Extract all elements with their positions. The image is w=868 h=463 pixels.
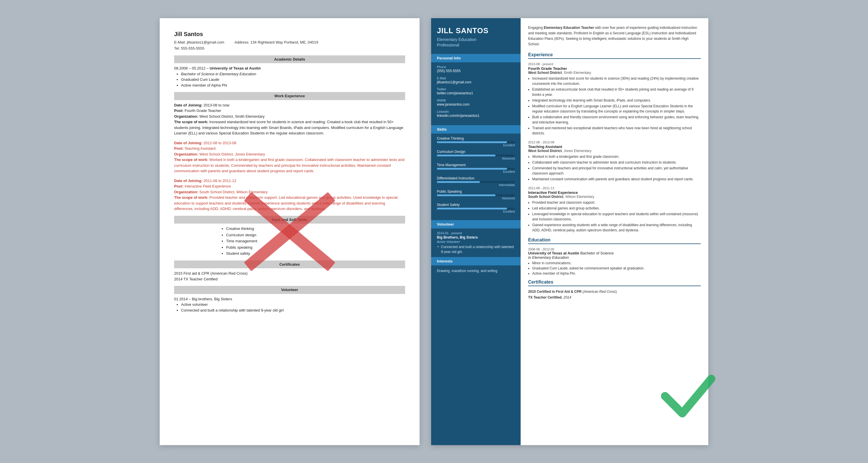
left-resume: Jill Santos E-Mail: jillsantos1@gmail.co… — [160, 18, 420, 445]
interests-block: Drawing, marathon running, and writing — [431, 265, 521, 276]
volunteer-title: Volunteer — [431, 220, 521, 229]
personal-info-title: Personal Info — [431, 54, 521, 62]
skill-item: Differentiated Instruction Intermediate — [437, 176, 515, 187]
summary-text: Engaging Elementary Education Teacher wi… — [528, 25, 701, 47]
exp-entry: 2011-08 - 2011-12 Interactive Field Expe… — [528, 186, 701, 233]
vol-bullet-2: Connected and built a relationship with … — [181, 307, 405, 313]
cert-2: 2014 TX Teacher Certified — [174, 276, 405, 282]
personal-info-content: Phone (555) 555-5555 E-mail jillsantos1@… — [431, 62, 521, 125]
vol-section-bar: Volunteer — [174, 286, 405, 294]
vol-dates: 01.2014 – Big brothers, Big Sisters — [174, 296, 405, 302]
edu-bullet-2: Graduated Cum Laude — [181, 77, 405, 82]
info-linkedin: LinkedIn linkedin.com/in/janesantos1 — [437, 110, 515, 118]
interests-title: Interests — [431, 257, 521, 265]
academic-entry: 08.2008 – 05.2012 – University of Texas … — [174, 65, 405, 88]
exp-entry: 2013-08 - present Fourth Grade Teacher W… — [528, 62, 701, 136]
cert-block: 2015 First aid & CPR (American Red Cross… — [174, 271, 405, 282]
sidebar-title: Elementary Education Professional — [437, 37, 515, 48]
work-entry-1: Date of Joining: 2013-08 to now Post: Fo… — [174, 102, 405, 136]
skills-title: Skills — [431, 125, 521, 134]
education-section-title: Education — [528, 237, 701, 244]
skill-1: Creative thinking — [226, 226, 405, 232]
cert-section-bar: Certificates — [174, 261, 405, 269]
sidebar-name: JILL SANTOS — [437, 26, 515, 35]
skills-content: Creative Thinking Excellent Curriculum D… — [431, 134, 521, 220]
info-phone: Phone (555) 555-5555 — [437, 65, 515, 73]
exp-entry: 2012-08 - 2013-08 Teaching Assistant Wes… — [528, 140, 701, 182]
skill-item: Time Management Excellent — [437, 163, 515, 173]
skills-list: Creative thinking Curriculum design Time… — [226, 226, 405, 257]
skill-item: Public Speaking Advanced — [437, 190, 515, 200]
right-resume: JILL SANTOS Elementary Education Profess… — [431, 18, 708, 445]
edu-bullet-1: Bachelor of Science in Elementary Educat… — [181, 71, 405, 77]
work-section-bar: Work Experience — [174, 92, 405, 100]
skills-section-bar: Hard and Soft Skills — [174, 216, 405, 224]
left-name: Jill Santos — [174, 30, 405, 38]
main-content: Engaging Elementary Education Teacher wi… — [521, 18, 708, 445]
skill-item: Student Safety Excellent — [437, 203, 515, 213]
work-entry-3: Date of Joining: 2011-08 to 2011-12 Post… — [174, 178, 405, 212]
edu-bullet-3: Active member of Alpha Phi — [181, 82, 405, 88]
left-email: E-Mail: jillsantos1@gmail.com Address: 1… — [174, 39, 405, 45]
info-email: E-mail jillsantos1@gmail.com — [437, 76, 515, 85]
volunteer-item: 2014-01 - present Big Brothers, Big Sist… — [431, 229, 521, 257]
skill-2: Curriculum design — [226, 232, 405, 238]
cert-right-entry: TX Teacher Certified, 2014 — [528, 295, 701, 299]
vol-block: 01.2014 – Big brothers, Big Sisters Acti… — [174, 296, 405, 313]
work-entry-2: Date of Joining: 2012-08 to 2013-08 Post… — [174, 140, 405, 174]
experience-section-title: Experience — [528, 52, 701, 59]
cert-right-section-title: Certificates — [528, 279, 701, 286]
skill-item: Creative Thinking Excellent — [437, 136, 515, 147]
skill-4: Public speaking — [226, 244, 405, 251]
skill-5: Student safety — [226, 251, 405, 257]
left-tel: Tel: 555-555-5555 — [174, 45, 405, 51]
academic-section-bar: Academic Details — [174, 55, 405, 63]
skill-3: Time management — [226, 238, 405, 244]
edu-entry: 2008-08 - 2012-05 University of Texas at… — [528, 247, 701, 276]
cert-1: 2015 First aid & CPR (American Red Cross… — [174, 271, 405, 276]
skill-item: Curriculum Design Advanced — [437, 150, 515, 160]
vol-bullet-1: Active volunteer — [181, 302, 405, 307]
info-twitter: Twitter twitter.com/janesantos1 — [437, 88, 515, 96]
sidebar-header: JILL SANTOS Elementary Education Profess… — [431, 18, 521, 54]
info-www: WWW www.janesantos.com — [437, 99, 515, 107]
cert-right-entry: 2015 Certified in First Aid & CPR (Ameri… — [528, 290, 701, 294]
sidebar: JILL SANTOS Elementary Education Profess… — [431, 18, 521, 445]
